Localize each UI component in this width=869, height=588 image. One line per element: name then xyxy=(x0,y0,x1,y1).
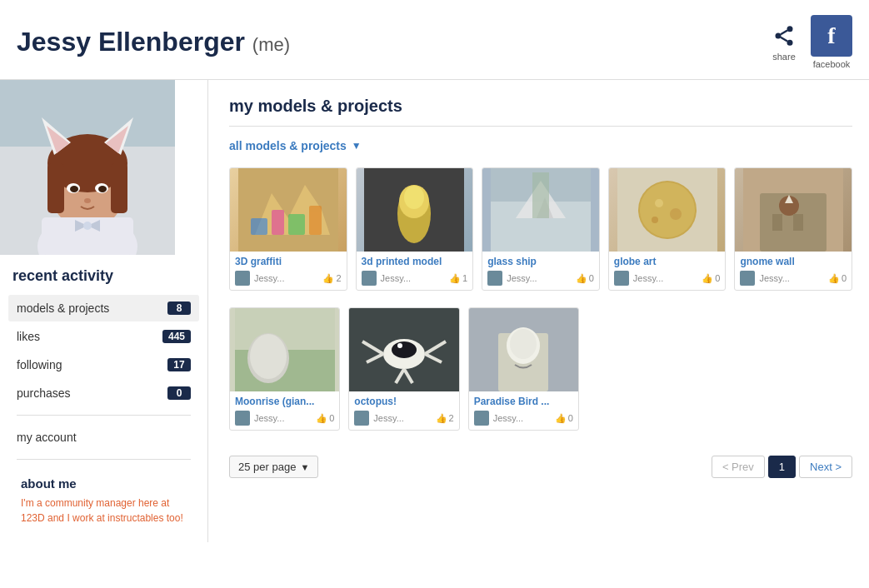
thumbs-up-icon-5: 👍 xyxy=(828,273,840,284)
nav-item-following[interactable]: following 17 xyxy=(8,351,199,378)
model-user-5: Jessy... xyxy=(759,273,789,283)
like-count-6: 0 xyxy=(329,413,334,423)
sidebar-divider xyxy=(17,415,191,416)
pagination-controls: < Prev 1 Next > xyxy=(712,456,852,478)
model-avatar-5 xyxy=(740,271,755,286)
like-count-8: 0 xyxy=(568,413,573,423)
model-card-2[interactable]: 3d printed model Jessy... 👍 1 xyxy=(356,167,474,291)
page-1-button[interactable]: 1 xyxy=(768,456,796,478)
thumbs-up-icon-4: 👍 xyxy=(702,273,713,284)
model-avatar-3 xyxy=(487,271,502,286)
model-info-1: 3D graffiti Jessy... 👍 2 xyxy=(230,252,347,290)
share-label: share xyxy=(772,52,796,62)
model-avatar-8 xyxy=(474,411,489,426)
model-card-8[interactable]: Paradise Bird ... Jessy... 👍 0 xyxy=(468,307,579,431)
page-wrapper: Jessy Ellenberger (me) share f fac xyxy=(0,0,869,588)
svg-rect-11 xyxy=(47,163,64,213)
filter-bar: all models & projects ▼ xyxy=(229,139,852,152)
pagination-bar: 25 per page ▼ < Prev 1 Next > xyxy=(229,451,852,482)
model-avatar-6 xyxy=(235,411,250,426)
thumbs-up-icon-2: 👍 xyxy=(449,273,461,284)
thumbs-up-icon-6: 👍 xyxy=(316,413,327,424)
nav-label-purchases: purchases xyxy=(17,386,71,400)
model-info-2: 3d printed model Jessy... 👍 1 xyxy=(357,252,473,290)
svg-rect-31 xyxy=(309,206,322,235)
model-title-5: gnome wall xyxy=(740,256,847,267)
prev-page-button[interactable]: < Prev xyxy=(712,456,765,478)
model-meta-1: Jessy... 👍 2 xyxy=(235,271,342,286)
svg-point-25 xyxy=(83,222,92,230)
svg-rect-26 xyxy=(238,168,338,252)
model-user-6: Jessy... xyxy=(254,413,284,423)
per-page-select[interactable]: 25 per page ▼ xyxy=(229,456,318,478)
svg-point-44 xyxy=(655,199,663,207)
model-info-6: Moonrise (gian... Jessy... 👍 0 xyxy=(230,391,339,430)
model-user-8: Jessy... xyxy=(493,413,523,423)
svg-point-45 xyxy=(670,208,682,220)
model-grid-row2: Moonrise (gian... Jessy... 👍 0 xyxy=(229,307,579,431)
me-label: (me) xyxy=(252,34,290,55)
nav-item-purchases[interactable]: purchases 0 xyxy=(8,380,199,406)
profile-photo xyxy=(0,80,175,255)
model-title-6: Moonrise (gian... xyxy=(235,396,334,407)
svg-rect-30 xyxy=(288,214,305,235)
about-me-section: about me I'm a community manager here at… xyxy=(8,468,199,534)
model-likes-8: 👍 0 xyxy=(555,413,573,424)
nav-item-likes[interactable]: likes 445 xyxy=(8,323,199,350)
main-layout: recent activity models & projects 8 like… xyxy=(0,80,869,542)
model-card-1[interactable]: 3D graffiti Jessy... 👍 2 xyxy=(229,167,347,291)
thumbs-up-icon-8: 👍 xyxy=(555,413,567,424)
model-thumb-8 xyxy=(469,308,578,391)
model-meta-3: Jessy... 👍 0 xyxy=(487,271,594,286)
model-meta-2: Jessy... 👍 1 xyxy=(362,271,468,286)
about-me-title: about me xyxy=(21,476,187,491)
model-user-2: Jessy... xyxy=(381,273,411,283)
facebook-button[interactable]: f facebook xyxy=(811,15,852,69)
content-area: my models & projects all models & projec… xyxy=(208,80,869,542)
model-likes-3: 👍 0 xyxy=(576,273,594,284)
filter-dropdown[interactable]: all models & projects ▼ xyxy=(229,139,362,152)
svg-point-21 xyxy=(84,198,91,203)
svg-line-3 xyxy=(781,37,787,42)
nav-label-likes: likes xyxy=(17,330,40,343)
svg-point-19 xyxy=(70,186,78,192)
model-likes-7: 👍 2 xyxy=(436,413,454,424)
header: Jessy Ellenberger (me) share f fac xyxy=(0,0,869,80)
model-thumb-7 xyxy=(349,308,458,391)
sidebar-nav: recent activity models & projects 8 like… xyxy=(0,255,207,542)
like-count-3: 0 xyxy=(589,273,594,283)
svg-point-70 xyxy=(510,329,537,359)
svg-rect-29 xyxy=(272,210,284,235)
model-card-3[interactable]: glass ship Jessy... 👍 0 xyxy=(482,167,600,291)
model-info-7: octopus! Jessy... 👍 2 xyxy=(349,391,458,430)
model-meta-5: Jessy... 👍 0 xyxy=(740,271,847,286)
model-likes-2: 👍 1 xyxy=(449,273,467,284)
model-title-8: Paradise Bird ... xyxy=(474,396,573,407)
sidebar-divider-2 xyxy=(17,459,191,460)
model-user-4: Jessy... xyxy=(633,273,663,283)
about-me-text: I'm a community manager here at 123D and… xyxy=(21,496,187,526)
share-button[interactable]: share xyxy=(771,22,797,62)
svg-rect-40 xyxy=(532,172,549,218)
nav-badge-purchases: 0 xyxy=(167,386,191,400)
model-card-6[interactable]: Moonrise (gian... Jessy... 👍 0 xyxy=(229,307,340,431)
next-page-button[interactable]: Next > xyxy=(799,456,852,478)
thumbs-up-icon: 👍 xyxy=(322,273,334,284)
nav-item-models[interactable]: models & projects 8 xyxy=(8,295,199,321)
model-card-5[interactable]: gnome wall Jessy... 👍 0 xyxy=(734,167,852,291)
model-card-7[interactable]: octopus! Jessy... 👍 2 xyxy=(348,307,459,431)
model-likes-5: 👍 0 xyxy=(828,273,847,284)
model-avatar-7 xyxy=(354,411,369,426)
model-card-4[interactable]: globe art Jessy... 👍 0 xyxy=(608,167,727,291)
facebook-label: facebook xyxy=(813,59,851,69)
model-meta-6: Jessy... 👍 0 xyxy=(235,411,334,426)
svg-point-43 xyxy=(640,182,695,237)
svg-point-35 xyxy=(404,186,424,209)
model-thumb-5 xyxy=(735,168,852,252)
nav-item-my-account[interactable]: my account xyxy=(8,424,199,451)
recent-activity-title: recent activity xyxy=(8,267,199,285)
chevron-down-icon: ▼ xyxy=(352,140,362,152)
svg-rect-28 xyxy=(251,218,267,235)
page-title: Jessy Ellenberger (me) xyxy=(17,27,290,57)
model-title-2: 3d printed model xyxy=(362,256,468,267)
